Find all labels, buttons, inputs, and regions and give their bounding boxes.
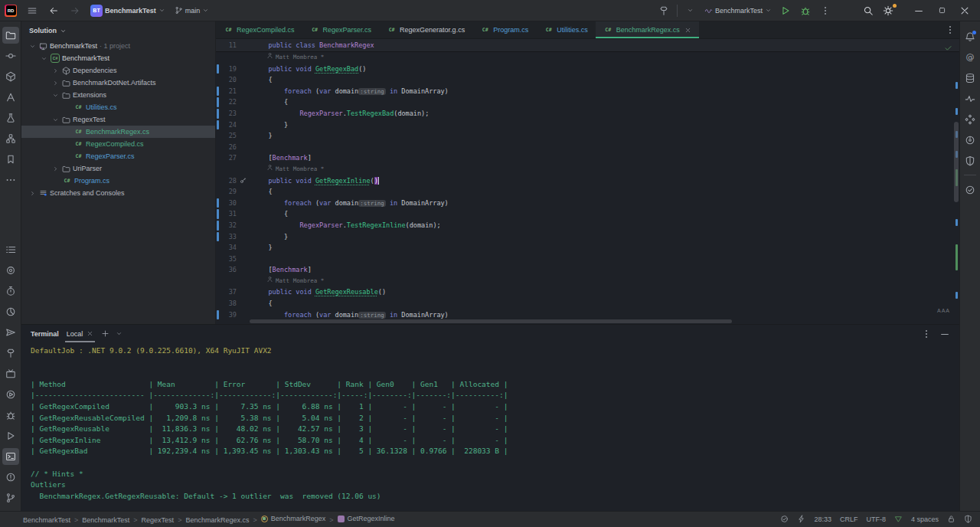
vcs-widget[interactable]: main: [172, 2, 213, 19]
code-line[interactable]: 32 RegexParser.TestRegexInline(domain);: [216, 220, 959, 231]
tool-strip-button-inspections[interactable]: [2, 89, 19, 106]
tool-strip-button-more-tool-windows[interactable]: [2, 172, 19, 188]
breadcrumb-item[interactable]: BenchmarkRegex.cs: [185, 516, 249, 524]
chevron-down-icon[interactable]: [51, 116, 60, 123]
build-options-button[interactable]: [681, 2, 700, 19]
tool-strip-button-dottrace[interactable]: [2, 283, 19, 300]
build-button[interactable]: [655, 2, 673, 19]
tool-strip-button-profiler[interactable]: [2, 262, 19, 279]
tool-strip-button-dotmemory[interactable]: [2, 303, 19, 320]
chevron-down-icon[interactable]: [28, 43, 37, 50]
terminal-tab-local[interactable]: Local: [65, 325, 96, 342]
code-line[interactable]: 25 }: [216, 130, 959, 142]
error-stripe-mark[interactable]: [956, 219, 958, 226]
editor-tab-benchmarkregex-cs[interactable]: C#BenchmarkRegex.cs: [596, 21, 699, 38]
tool-strip-button-unit-tests[interactable]: [2, 110, 19, 126]
tool-strip-button-notifications[interactable]: [962, 28, 978, 45]
sticky-code-line[interactable]: 11 public class BenchmarkRegex: [216, 39, 959, 52]
tree-item-program-cs[interactable]: C#Program.cs: [21, 175, 215, 187]
tree-item-benchmarkregex-cs[interactable]: C#BenchmarkRegex.cs: [21, 126, 215, 138]
tool-strip-button-run-unit-tests[interactable]: [2, 386, 19, 403]
editor-tab-regexcompiled-cs[interactable]: C#RegexCompiled.cs: [216, 21, 302, 38]
solution-panel-header[interactable]: Solution: [21, 21, 215, 40]
tree-item-dependencies[interactable]: Dependencies: [21, 64, 215, 77]
code-line[interactable]: 38 {: [216, 298, 959, 309]
chevron-right-icon[interactable]: [51, 80, 60, 87]
code-line[interactable]: 29 {: [216, 186, 959, 198]
tool-strip-button-todo[interactable]: [2, 241, 19, 258]
code-line[interactable]: 21 foreach (var domain:string in DomainA…: [216, 86, 959, 97]
new-terminal-icon[interactable]: [101, 329, 109, 338]
breadcrumb-item[interactable]: RegexTest: [142, 516, 175, 524]
tool-strip-button-database[interactable]: [962, 70, 978, 87]
code-line[interactable]: 33 }: [216, 231, 959, 243]
tool-strip-button-dotcover[interactable]: [2, 324, 19, 341]
horizontal-scrollbar[interactable]: [250, 319, 732, 323]
chevron-right-icon[interactable]: [51, 165, 60, 172]
tree-item-extensions[interactable]: Extensions: [21, 89, 215, 101]
forward-button[interactable]: [66, 2, 84, 19]
tree-item-uriparser[interactable]: UriParser: [21, 162, 215, 175]
indent-indicator[interactable]: 4 spaces: [911, 516, 939, 523]
code-line[interactable]: 34 }: [216, 242, 959, 254]
settings-button[interactable]: [879, 2, 897, 19]
key-gutter-icon[interactable]: [240, 177, 247, 184]
run-config-selector[interactable]: BenchmarkTest: [701, 2, 775, 19]
debug-button[interactable]: [796, 2, 815, 19]
code-line[interactable]: 37 public void GetRegexReusable(): [216, 286, 959, 298]
breadcrumb-item[interactable]: GetRegexInline: [338, 515, 395, 522]
tool-strip-button-monitoring[interactable]: [962, 90, 978, 107]
breadcrumb-item[interactable]: BenchmarkRegex: [261, 515, 326, 522]
editor-tab-regexgenerator-g-cs[interactable]: C#RegexGenerator.g.cs: [379, 21, 472, 38]
more-actions-button[interactable]: [816, 2, 835, 19]
back-button[interactable]: [44, 2, 63, 19]
chevron-right-icon[interactable]: [28, 190, 37, 197]
close-tab-icon[interactable]: [684, 27, 691, 34]
chevron-down-icon[interactable]: [116, 330, 122, 337]
error-stripe-mark[interactable]: [956, 82, 958, 89]
code-line[interactable]: 24 }: [216, 119, 959, 131]
tool-strip-button-build[interactable]: [2, 345, 19, 362]
code-line[interactable]: 36 [Benchmark]: [216, 264, 959, 276]
code-line[interactable]: 20 {: [216, 74, 959, 86]
inspections-check-icon[interactable]: [944, 44, 952, 52]
tool-strip-button-terminal[interactable]: [2, 448, 19, 465]
code-line[interactable]: 26: [216, 142, 959, 153]
tool-strip-button-problems[interactable]: [2, 469, 19, 486]
tool-strip-button-settings-sync[interactable]: [962, 132, 978, 149]
vertical-scrollbar[interactable]: [954, 122, 959, 202]
tool-strip-button-commit[interactable]: [2, 47, 19, 64]
chevron-right-icon[interactable]: [51, 67, 60, 74]
editor-tab-utilities-cs[interactable]: C#Utilities.cs: [536, 21, 596, 38]
code-line[interactable]: 19 public void GetRegexBad(): [216, 64, 959, 75]
code-line[interactable]: 35: [216, 254, 959, 265]
tool-strip-button-debug[interactable]: [2, 407, 19, 424]
code-line[interactable]: 31 {: [216, 208, 959, 220]
tool-strip-button-version-control[interactable]: [2, 489, 19, 506]
code-line[interactable]: 28 public void GetRegexInline(): [216, 175, 959, 187]
breadcrumb-item[interactable]: BenchmarkTest: [82, 516, 129, 524]
error-stripe-mark[interactable]: [956, 292, 958, 299]
tool-strip-button-ai-assistant[interactable]: @: [962, 49, 978, 66]
security-indicator[interactable]: [964, 515, 972, 525]
author-annotation[interactable]: Matt Mombrea *: [216, 164, 959, 175]
chevron-down-icon[interactable]: [51, 92, 60, 99]
editor-tab-regexparser-cs[interactable]: C#RegexParser.cs: [302, 21, 380, 38]
main-menu-button[interactable]: [23, 2, 41, 19]
run-button[interactable]: [776, 2, 795, 19]
project-widget[interactable]: BT BenchmarkTest: [87, 2, 168, 19]
search-everywhere-button[interactable]: [859, 2, 877, 19]
code-line[interactable]: 23 RegexParser.TestRegexBad(domain);: [216, 108, 959, 119]
code-editor[interactable]: 11 public class BenchmarkRegex Matt Momb…: [216, 39, 959, 324]
tool-strip-button-run[interactable]: [2, 427, 19, 444]
tool-strip-button-nuget-packages[interactable]: [2, 68, 19, 85]
editor-tab-program-cs[interactable]: C#Program.cs: [472, 21, 536, 38]
line-col-indicator[interactable]: 28:33: [814, 516, 831, 523]
terminal-options-icon[interactable]: [921, 329, 932, 339]
hide-panel-icon[interactable]: [939, 329, 950, 339]
tree-item-utilities-cs[interactable]: C#Utilities.cs: [21, 101, 215, 113]
tool-strip-button-plugins[interactable]: [962, 111, 978, 128]
tool-strip-button-structure[interactable]: [2, 130, 19, 147]
author-annotation[interactable]: Matt Mombrea *: [216, 52, 959, 64]
minimize-button[interactable]: [908, 2, 929, 20]
